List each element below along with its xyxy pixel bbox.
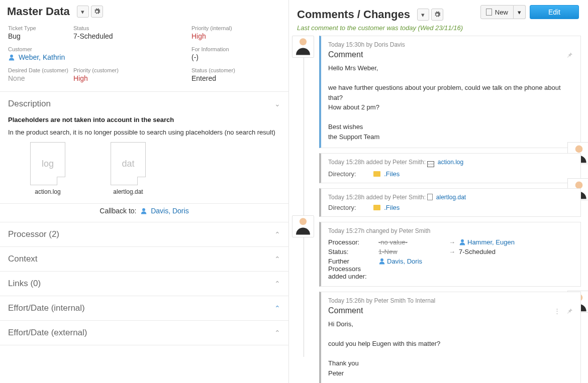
- pin-button[interactable]: [565, 51, 573, 61]
- more-icon: ⋮: [554, 307, 560, 315]
- priority-internal-label: Priority (internal): [191, 25, 289, 31]
- file-icon: dat: [111, 142, 146, 185]
- section-context[interactable]: Context⌃: [0, 247, 288, 271]
- entry-title: Comment: [328, 50, 573, 59]
- priority-customer-label: Priority (customer): [73, 67, 191, 73]
- pin-icon: [565, 307, 573, 315]
- more-button[interactable]: ⋮: [554, 307, 560, 315]
- arrow-icon: →: [449, 238, 459, 246]
- directory-label: Directory:: [328, 170, 371, 178]
- entry-meta: Today 15:28h added by Peter Smith:: [328, 194, 426, 201]
- person-icon: [8, 54, 15, 61]
- chevron-up-icon: ⌃: [274, 329, 280, 337]
- chevron-up-icon: ⌃: [274, 230, 280, 238]
- priority-internal-value: High: [191, 32, 289, 45]
- directory-label: Directory:: [328, 204, 371, 211]
- attachment-item[interactable]: log action.log: [30, 142, 65, 195]
- chevron-down-icon: ▾: [81, 8, 84, 16]
- comments-changes-title: Comments / Changes: [297, 8, 410, 21]
- section-context-label: Context: [8, 254, 38, 264]
- folder-icon: [373, 205, 380, 210]
- section-links-label: Links (0): [8, 279, 41, 289]
- person-link[interactable]: Davis, Doris: [387, 258, 422, 265]
- description-text: In the product search, it is no longer p…: [8, 129, 280, 136]
- section-effort-internal[interactable]: Effort/Date (internal)⌃: [0, 296, 288, 320]
- desired-date-label: Desired Date (customer): [8, 67, 73, 73]
- gear-icon: [434, 11, 441, 18]
- customer-link[interactable]: Weber, Kathrin: [19, 53, 65, 61]
- ticket-type-value: Bug: [8, 32, 73, 45]
- change-old-value: 1-New: [378, 248, 449, 256]
- callback-label: Callback to:: [100, 207, 136, 215]
- section-description[interactable]: Description ⌄: [0, 92, 288, 116]
- person-icon: [140, 207, 147, 214]
- comments-settings[interactable]: [431, 9, 443, 21]
- timeline-entry-comment: Today 15:26h by Peter Smith To Internal …: [319, 292, 581, 383]
- directory-link[interactable]: .Files: [384, 204, 400, 211]
- section-processor-label: Processor (2): [8, 229, 59, 239]
- chevron-down-icon: ▾: [421, 11, 425, 19]
- section-processor[interactable]: Processor (2)⌃: [0, 222, 288, 246]
- chevron-up-icon: ⌃: [274, 255, 280, 263]
- attachment-item[interactable]: dat alertlog.dat: [111, 142, 146, 195]
- avatar-customer: [292, 36, 314, 58]
- description-heading: Description: [8, 99, 51, 109]
- entry-title: Comment: [328, 306, 573, 315]
- change-field-label: Further Processors added under:: [328, 258, 378, 280]
- description-title: Placeholders are not taken into account …: [8, 116, 280, 123]
- change-field-label: Processor:: [328, 238, 378, 246]
- timeline-entry-file: Today 15:28h added by Peter Smith: LOG a…: [319, 153, 581, 183]
- timeline-entry-comment: Today 15:30h by Doris Davis Comment Hell…: [319, 36, 581, 148]
- person-link[interactable]: Hammer, Eugen: [467, 238, 515, 246]
- master-data-dropdown[interactable]: ▾: [77, 6, 89, 18]
- folder-icon: [373, 171, 380, 177]
- chevron-up-icon: ⌃: [274, 280, 280, 288]
- chevron-up-icon: ⌃: [274, 304, 280, 312]
- section-links[interactable]: Links (0)⌃: [0, 272, 288, 296]
- ticket-type-label: Ticket Type: [8, 25, 73, 31]
- document-icon: [427, 194, 433, 200]
- section-effort-external[interactable]: Effort/Date (external)⌃: [0, 321, 288, 345]
- timeline-entry-file: Today 15:28h added by Peter Smith: alert…: [319, 188, 581, 217]
- pin-button[interactable]: [565, 307, 573, 317]
- person-icon: [459, 238, 466, 245]
- entry-meta: Today 15:30h by Doris Davis: [328, 41, 573, 48]
- avatar-internal: [292, 215, 314, 237]
- last-comment-info: Last comment to the customer was today (…: [297, 24, 588, 32]
- entry-meta: Today 15:26h by Peter Smith To Internal: [328, 297, 573, 304]
- change-old-value: -no value-: [378, 238, 449, 246]
- change-field-label: Status:: [328, 248, 378, 256]
- directory-link[interactable]: .Files: [384, 170, 400, 178]
- desired-date-value: None: [8, 74, 73, 87]
- timeline-entry-change: Today 15:27h changed by Peter Smith Proc…: [319, 222, 581, 287]
- comments-dropdown[interactable]: ▾: [417, 9, 429, 21]
- change-new-value: 7-Scheduled: [459, 248, 573, 256]
- attachment-name: action.log: [35, 188, 60, 195]
- file-link[interactable]: action.log: [438, 159, 463, 166]
- chevron-down-icon: ⌄: [274, 100, 280, 108]
- gear-icon: [93, 8, 101, 15]
- status-value: 7-Scheduled: [73, 32, 191, 45]
- entry-meta: Today 15:28h added by Peter Smith:: [328, 159, 426, 166]
- file-link[interactable]: alertlog.dat: [436, 194, 466, 201]
- status-customer-label: Status (customer): [191, 67, 289, 73]
- file-icon: log: [30, 142, 65, 185]
- entry-body: Hi Doris, could you help Eugen with this…: [328, 319, 573, 378]
- master-data-settings[interactable]: [91, 6, 103, 18]
- arrow-icon: →: [449, 248, 459, 256]
- for-information-value: (-): [191, 53, 289, 66]
- person-icon: [378, 258, 385, 265]
- callback-person-link[interactable]: Davis, Doris: [151, 207, 188, 215]
- section-effort-internal-label: Effort/Date (internal): [8, 303, 85, 313]
- status-customer-value: Entered: [191, 74, 289, 87]
- timeline-line: [304, 56, 304, 357]
- customer-label: Customer: [8, 46, 73, 52]
- priority-customer-value: High: [73, 74, 191, 87]
- section-effort-external-label: Effort/Date (external): [8, 328, 87, 338]
- entry-body: Hello Mrs Weber, we have further questio…: [328, 63, 573, 142]
- master-data-title: Master Data: [7, 5, 70, 18]
- log-icon: LOG: [427, 161, 434, 167]
- attachment-name: alertlog.dat: [113, 188, 143, 195]
- entry-meta: Today 15:27h changed by Peter Smith: [328, 227, 573, 234]
- status-label: Status: [73, 25, 191, 31]
